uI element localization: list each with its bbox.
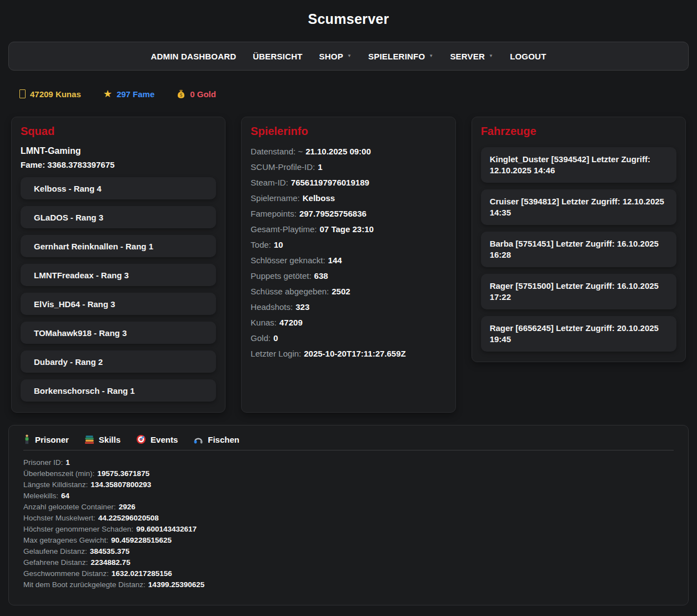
nav-item-shop[interactable]: SHOP ▼ bbox=[319, 52, 352, 61]
vehicle-list: Kinglet_Duster [5394542] Letzter Zugriff… bbox=[481, 147, 676, 352]
stat-value: 44.225296020508 bbox=[98, 514, 159, 522]
info-label: Famepoints: bbox=[250, 209, 297, 218]
info-value: 10 bbox=[274, 240, 283, 249]
fahrzeuge-title: Fahrzeuge bbox=[481, 125, 676, 138]
svg-text:$: $ bbox=[179, 93, 183, 98]
vehicle-item: Rager [6656245] Letzter Zugriff: 20.10.2… bbox=[481, 316, 676, 352]
squad-member-label: TOMahawk918 - Rang 3 bbox=[34, 328, 127, 338]
prisoner-icon bbox=[23, 434, 31, 444]
stat-value: 14399.25390625 bbox=[148, 580, 204, 589]
stat-label: Gelaufene Distanz: bbox=[23, 547, 87, 555]
nav-item-server[interactable]: SERVER ▼ bbox=[450, 52, 493, 61]
squad-member-item: Borkenschorsch - Rang 1 bbox=[21, 379, 216, 402]
squad-panel: Squad LMNT-Gaming Fame: 3368.3783397675 … bbox=[11, 117, 225, 413]
info-label: Kunas: bbox=[250, 318, 277, 327]
squad-member-list: Kelboss - Rang 4 GLaDOS - Rang 3 Gernhar… bbox=[21, 177, 216, 402]
fischen-icon bbox=[193, 434, 203, 444]
stat-row: Geschwommene Distanz:1632.0217285156 bbox=[23, 568, 674, 579]
info-label: Schlösser geknackt: bbox=[250, 256, 325, 265]
spielerinfo-panel: Spielerinfo Datenstand: ~21.10.2025 09:0… bbox=[241, 117, 455, 413]
vehicle-label: Cruiser [5394812] Letzter Zugriff: 12.10… bbox=[490, 197, 664, 217]
nav-item-spielerinfo[interactable]: SPIELERINFO ▼ bbox=[368, 52, 433, 61]
money-bag-icon: $ bbox=[177, 89, 185, 99]
squad-fame: Fame: 3368.3783397675 bbox=[21, 160, 216, 169]
info-row: Famepoints:297.79525756836 bbox=[250, 208, 446, 219]
skills-icon bbox=[84, 435, 94, 444]
squad-member-label: GLaDOS - Rang 3 bbox=[34, 213, 103, 222]
spielerinfo-title: Spielerinfo bbox=[250, 125, 446, 138]
tab-prisoner[interactable]: Prisoner bbox=[23, 434, 69, 444]
stat-label: Hochster Muskelwert: bbox=[23, 514, 96, 522]
info-value: 2025-10-20T17:11:27.659Z bbox=[304, 349, 405, 358]
stat-label: Geschwommene Distanz: bbox=[23, 569, 109, 578]
info-row: Kunas:47209 bbox=[250, 317, 446, 328]
spielerinfo-rows: Datenstand: ~21.10.2025 09:00 SCUM-Profi… bbox=[250, 146, 446, 359]
stat-label: Gefahrene Distanz: bbox=[23, 558, 88, 567]
tab-skills[interactable]: Skills bbox=[84, 434, 121, 444]
info-row: Gesamt-Playtime:07 Tage 23:10 bbox=[250, 224, 446, 235]
details-tabs: Prisoner Skills Events bbox=[23, 434, 674, 450]
stat-value: 1632.0217285156 bbox=[112, 569, 172, 578]
squad-member-label: Gernhart Reinknallen - Rang 1 bbox=[34, 242, 153, 251]
info-value: 1 bbox=[318, 162, 322, 172]
squad-member-label: Kelboss - Rang 4 bbox=[34, 184, 102, 193]
info-value: 07 Tage 23:10 bbox=[320, 224, 374, 234]
stat-row: Höchster genommener Schaden:99.600143432… bbox=[23, 524, 674, 535]
squad-member-item: Gernhart Reinknallen - Rang 1 bbox=[21, 235, 216, 257]
stat-label: Höchster genommener Schaden: bbox=[23, 525, 133, 533]
vehicle-label: Rager [5751500] Letzter Zugriff: 16.10.2… bbox=[490, 281, 659, 302]
info-value: 323 bbox=[295, 302, 309, 312]
squad-member-label: Borkenschorsch - Rang 1 bbox=[34, 386, 135, 395]
chevron-down-icon: ▼ bbox=[489, 54, 493, 58]
details-panel: Prisoner Skills Events bbox=[8, 425, 689, 605]
info-label: Tode: bbox=[250, 240, 271, 249]
vehicle-item: Barba [5751451] Letzter Zugriff: 16.10.2… bbox=[481, 232, 676, 267]
stat-row: Mit dem Boot zurückgelegte Distanz:14399… bbox=[23, 579, 674, 590]
stat-label: Mit dem Boot zurückgelegte Distanz: bbox=[23, 580, 146, 589]
stat-label: Max getragenes Gewicht: bbox=[23, 536, 108, 544]
tab-events[interactable]: Events bbox=[136, 434, 178, 444]
nav-item-uebersicht[interactable]: ÜBERSICHT bbox=[253, 52, 302, 61]
info-value: 21.10.2025 09:00 bbox=[305, 147, 371, 156]
info-row: Datenstand: ~21.10.2025 09:00 bbox=[250, 146, 446, 157]
vehicle-item: Cruiser [5394812] Letzter Zugriff: 12.10… bbox=[481, 189, 676, 225]
nav-item-logout[interactable]: LOGOUT bbox=[510, 52, 546, 61]
wallet-bar: 47209 Kunas ★ 297 Fame $ 0 Gold bbox=[19, 89, 697, 99]
vehicle-label: Kinglet_Duster [5394542] Letzter Zugriff… bbox=[490, 154, 650, 175]
events-icon bbox=[136, 434, 146, 444]
squad-member-item: GLaDOS - Rang 3 bbox=[21, 206, 216, 228]
stat-value: 19575.3671875 bbox=[97, 469, 149, 478]
info-label: Spielername: bbox=[250, 193, 299, 203]
stat-row: Längste Killdistanz:134.35807800293 bbox=[23, 479, 674, 490]
chevron-down-icon: ▼ bbox=[347, 54, 352, 58]
stat-row: Hochster Muskelwert:44.225296020508 bbox=[23, 513, 674, 524]
info-row: Tode:10 bbox=[250, 239, 446, 251]
kunas-balance: 47209 Kunas bbox=[19, 89, 81, 99]
squad-member-item: TOMahawk918 - Rang 3 bbox=[21, 322, 216, 344]
info-label: Letzter Login: bbox=[250, 349, 301, 358]
panels-row: Squad LMNT-Gaming Fame: 3368.3783397675 … bbox=[11, 117, 686, 413]
stat-label: Längste Killdistanz: bbox=[23, 480, 88, 489]
info-row: Schlösser geknackt:144 bbox=[250, 255, 446, 266]
info-value: 297.79525756836 bbox=[299, 209, 367, 218]
star-icon: ★ bbox=[103, 89, 112, 99]
stat-value: 2234882.75 bbox=[91, 558, 130, 567]
stat-row: Max getragenes Gewicht:90.459228515625 bbox=[23, 535, 674, 546]
info-value: 0 bbox=[273, 333, 278, 343]
tab-fischen[interactable]: Fischen bbox=[193, 434, 239, 444]
fahrzeuge-panel: Fahrzeuge Kinglet_Duster [5394542] Letzt… bbox=[472, 117, 686, 362]
info-row: Puppets getötet:638 bbox=[250, 271, 446, 282]
info-row: Steam-ID:76561197976019189 bbox=[250, 177, 446, 188]
gold-balance: $ 0 Gold bbox=[177, 89, 216, 99]
stat-value: 90.459228515625 bbox=[111, 536, 172, 544]
squad-member-item: Kelboss - Rang 4 bbox=[21, 177, 216, 199]
info-label: Puppets getötet: bbox=[250, 271, 311, 281]
prisoner-stats: Prisoner ID:1 Überlebenszeit (min):19575… bbox=[23, 457, 674, 590]
page: Scumserver ADMIN DASHBOARD ÜBERSICHT SHO… bbox=[0, 0, 697, 605]
info-value: Kelboss bbox=[303, 193, 335, 203]
info-value: 47209 bbox=[279, 318, 303, 327]
info-value: 76561197976019189 bbox=[291, 178, 369, 187]
stat-row: Anzahl gelootete Container:2926 bbox=[23, 502, 674, 513]
nav-item-admin-dashboard[interactable]: ADMIN DASHBOARD bbox=[151, 52, 236, 61]
info-label: Gesamt-Playtime: bbox=[250, 224, 317, 234]
